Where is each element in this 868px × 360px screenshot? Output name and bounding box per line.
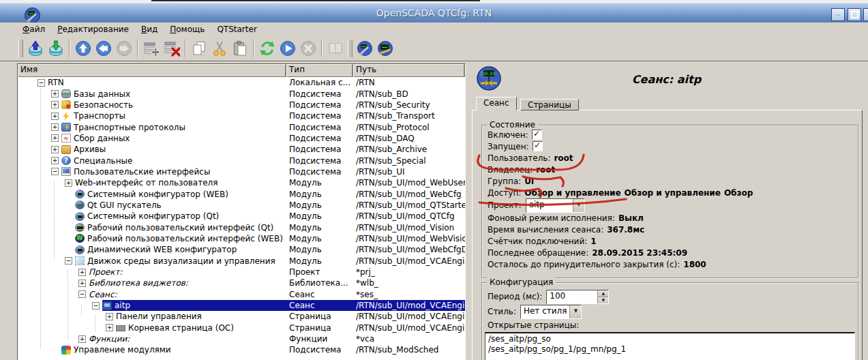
tree-row[interactable]: −aitpСеанс/RTN/sub_UI/mod_VCAEngine: [18, 300, 465, 311]
last-request-value: 28.09.2015 23:45:09: [592, 248, 687, 258]
chevron-down-icon[interactable]: ▼: [569, 305, 581, 318]
tree-item-path: *prj_: [353, 267, 465, 278]
tree-row[interactable]: −RTNЛокальная с.../RTN: [18, 77, 465, 88]
close-left-label: Осталось до принудительного закрытия (с)…: [488, 260, 680, 269]
paste-button[interactable]: [230, 38, 250, 59]
tree-row[interactable]: WРабочий пользовательский интерфейс (WEB…: [18, 233, 465, 244]
tree-row[interactable]: Динамический WEB конфигураторМодуль/RTN/…: [18, 244, 465, 255]
tree-expander-plus-icon[interactable]: +: [106, 324, 113, 331]
menu-item[interactable]: Редактирование: [51, 23, 135, 35]
tree-expander-plus-icon[interactable]: +: [51, 134, 59, 142]
tree-expander-minus-icon[interactable]: −: [38, 79, 45, 87]
open-page-item[interactable]: /ses_aitp/pg_so: [488, 334, 852, 344]
add-item-button[interactable]: [141, 38, 162, 59]
tree-row[interactable]: +Транспортные протоколыПодсистема/RTN/su…: [18, 121, 465, 132]
tree-row[interactable]: +≈Сбор данныхПодсистема/RTN/sub_DAQ: [18, 133, 465, 144]
delete-item-button[interactable]: [162, 38, 182, 59]
tree-expander-plus-icon[interactable]: +: [78, 269, 86, 276]
tree-expander-minus-icon[interactable]: −: [92, 302, 100, 310]
open-pages-listbox[interactable]: /ses_aitp/pg_so /ses_aitp/pg_so/pg_1/pg_…: [485, 332, 855, 360]
tree-row[interactable]: +Корневая страница (ОС)Страница/RTN/sub_…: [18, 322, 465, 333]
tab-session[interactable]: Сеанс: [476, 97, 517, 110]
cut-button[interactable]: [209, 38, 230, 59]
open-page-item[interactable]: /ses_aitp/pg_so/pg_1/pg_mn/pg_1: [488, 344, 852, 355]
tree-row[interactable]: +Базы данныхПодсистема/RTN/sub_BD: [18, 88, 465, 99]
chevron-down-icon[interactable]: ▼: [573, 199, 584, 212]
tree-row[interactable]: +Web-интерфейс от пользователяМодуль/RTN…: [18, 177, 465, 188]
menu-item[interactable]: QTStarter: [211, 23, 263, 35]
up-button[interactable]: [73, 38, 93, 59]
tree-row[interactable]: −Сеанс:Сеанс*ses_: [18, 289, 465, 300]
close-button[interactable]: x: [863, 8, 868, 21]
tree-item-type: Страница: [286, 322, 353, 333]
toolbar-handle[interactable]: [18, 40, 23, 57]
qtcfg-module-button[interactable]: [355, 38, 375, 59]
toolbar-handle[interactable]: [348, 40, 353, 57]
tree-expander-plus-icon[interactable]: +: [65, 179, 72, 187]
tree-expander-minus-icon[interactable]: −: [51, 168, 59, 175]
tree-expander-plus-icon[interactable]: +: [51, 112, 59, 120]
tree-expander-minus-icon[interactable]: −: [78, 290, 86, 298]
tree-item-type: Подсистема: [286, 144, 353, 155]
copy-button[interactable]: [189, 38, 209, 59]
tree-row[interactable]: −Пользовательские интерфейсыПодсистема/R…: [18, 166, 465, 177]
tree-row[interactable]: +Библиотека виджетов:Библиотека...*wlb_: [18, 278, 465, 288]
style-combobox[interactable]: Нет стиля ▼: [520, 305, 582, 319]
refresh-button[interactable]: [257, 38, 278, 59]
tree-guide-line: [68, 271, 68, 339]
tree-row[interactable]: Qt GUI пускательМодуль/RTN/sub_UI/mod_QT…: [18, 200, 465, 211]
spin-up-icon[interactable]: ▲: [598, 290, 608, 297]
tree-row[interactable]: +Проект:Проект*prj_: [18, 267, 465, 278]
forward-button[interactable]: [114, 38, 134, 59]
tree-expander-minus-icon[interactable]: −: [65, 257, 72, 265]
stop-button[interactable]: [298, 38, 318, 59]
tree-row[interactable]: Системный конфигуратор (WEB)Модуль/RTN/s…: [18, 188, 465, 199]
tree-expander-plus-icon[interactable]: +: [106, 313, 113, 320]
tree-guide-line: [81, 304, 82, 315]
menu-item[interactable]: Помощь: [164, 23, 211, 35]
tree-row[interactable]: −Движок среды визуализации и управленияМ…: [18, 256, 465, 267]
background-mode-value: Выкл: [618, 213, 644, 223]
menu-item[interactable]: Вид: [135, 23, 164, 35]
save-icon: [48, 40, 64, 57]
tab-pages[interactable]: Страницы: [520, 99, 579, 110]
tree-expander-plus-icon[interactable]: +: [51, 101, 59, 108]
tree-row[interactable]: +АрхивыПодсистема/RTN/sub_Archive: [18, 144, 465, 155]
tree-row[interactable]: +Функции:Функции*vca: [18, 333, 465, 344]
tree-expander-plus-icon[interactable]: +: [78, 335, 86, 343]
tree-item-path: /RTN/sub_Security: [353, 100, 465, 110]
menu-item[interactable]: Файл: [16, 23, 51, 35]
column-header-type[interactable]: Тип: [286, 64, 353, 77]
calc-time-value: 367.8мс: [607, 225, 644, 235]
back-button[interactable]: [93, 38, 114, 59]
tree-row[interactable]: +?СпециальныеПодсистема/RTN/sub_Special: [18, 155, 465, 166]
maximize-button[interactable]: [848, 8, 861, 21]
vision-module-button[interactable]: [375, 38, 395, 59]
start-button[interactable]: [278, 38, 298, 59]
column-header-name[interactable]: Имя: [18, 64, 286, 77]
tree-expander-plus-icon[interactable]: +: [51, 157, 59, 164]
tree-row[interactable]: Системный конфигуратор (Qt)Модуль/RTN/su…: [18, 211, 465, 222]
manual-button[interactable]: [325, 38, 346, 59]
tree-row[interactable]: Управление модулямиПодсистема/RTN/sub_Mo…: [18, 344, 465, 355]
enabled-checkbox[interactable]: ✓: [532, 130, 542, 140]
tree-expander-plus-icon[interactable]: +: [51, 123, 59, 131]
tree-row[interactable]: Рабочий пользовательский интерфейс (Qt)М…: [18, 222, 465, 232]
tree-expander-plus-icon[interactable]: +: [51, 90, 59, 97]
period-spinbox[interactable]: 100 ▲▼: [546, 290, 609, 304]
tree-row[interactable]: +Панели управленияСтраница/RTN/sub_UI/mo…: [18, 311, 465, 322]
tree-expander-plus-icon[interactable]: +: [78, 280, 86, 287]
project-combobox-value: aitp: [526, 199, 573, 212]
load-button[interactable]: [25, 38, 46, 59]
minimize-button[interactable]: –: [831, 8, 845, 21]
config-group: Период (мс): 100 ▲▼ Стиль: Нет стиля ▼ О…: [481, 282, 858, 360]
column-header-path[interactable]: Путь: [353, 64, 465, 77]
tree-expander-plus-icon[interactable]: +: [51, 146, 59, 153]
tree-row[interactable]: +БезопасностьПодсистема/RTN/sub_Security: [18, 100, 465, 110]
tree-item-label: aitp: [115, 301, 130, 310]
project-combobox[interactable]: aitp ▼: [526, 198, 585, 213]
tree-row[interactable]: +ТранспортыПодсистема/RTN/sub_Transport: [18, 110, 465, 121]
started-checkbox[interactable]: ✓: [533, 141, 543, 151]
spin-down-icon[interactable]: ▼: [598, 297, 608, 303]
save-button[interactable]: [46, 38, 66, 59]
